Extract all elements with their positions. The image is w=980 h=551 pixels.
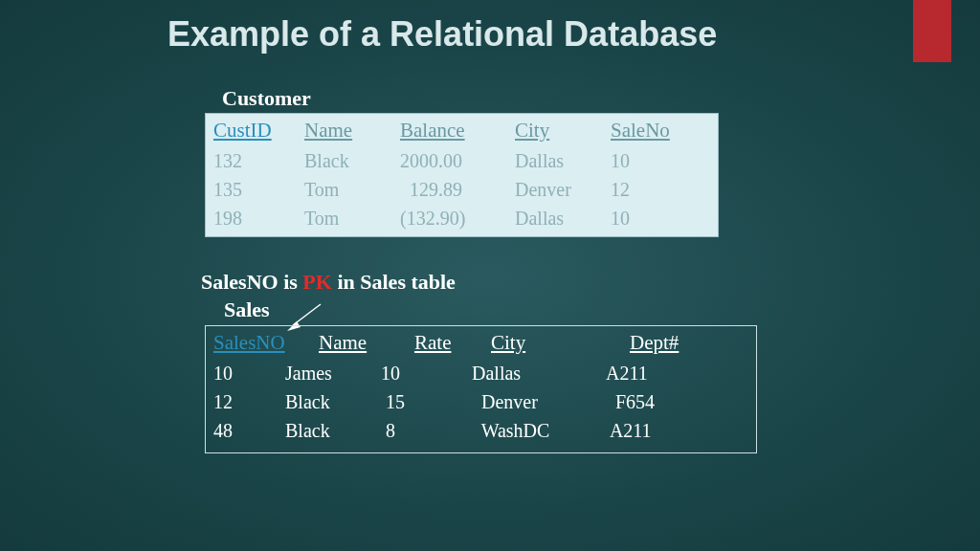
col-rate: Rate xyxy=(414,331,491,355)
customer-table-label: Customer xyxy=(222,86,311,111)
slide-title: Example of a Relational Database xyxy=(167,14,717,55)
table-row: 135 Tom 129.89 Denver 12 xyxy=(206,175,718,204)
table-row: 48 Black 8 WashDC A211 xyxy=(206,416,756,445)
sales-table: SalesNO Name Rate City Dept# 10 James 10… xyxy=(205,325,757,453)
col-name: Name xyxy=(304,119,400,143)
sales-table-label: Sales xyxy=(224,298,270,322)
sales-header-row: SalesNO Name Rate City Dept# xyxy=(206,326,756,359)
table-row: 132 Black 2000.00 Dallas 10 xyxy=(206,146,718,175)
col-city: City xyxy=(491,331,630,355)
table-row: 12 Black 15 Denver F654 xyxy=(206,387,756,416)
col-name: Name xyxy=(319,331,414,355)
accent-bar xyxy=(913,0,951,62)
col-custid: CustID xyxy=(213,119,304,143)
customer-header-row: CustID Name Balance City SaleNo xyxy=(206,114,718,146)
pk-annotation: SalesNO is PK in Sales table xyxy=(201,270,456,295)
svg-line-0 xyxy=(293,304,321,325)
customer-table: CustID Name Balance City SaleNo 132 Blac… xyxy=(205,113,719,237)
col-salesno: SalesNO xyxy=(213,331,319,355)
table-row: 10 James 10 Dallas A211 xyxy=(206,359,756,387)
col-city: City xyxy=(515,119,611,143)
col-saleno: SaleNo xyxy=(611,119,687,143)
col-dept: Dept# xyxy=(630,331,706,355)
col-balance: Balance xyxy=(400,119,515,143)
table-row: 198 Tom (132.90) Dallas 10 xyxy=(206,204,718,232)
